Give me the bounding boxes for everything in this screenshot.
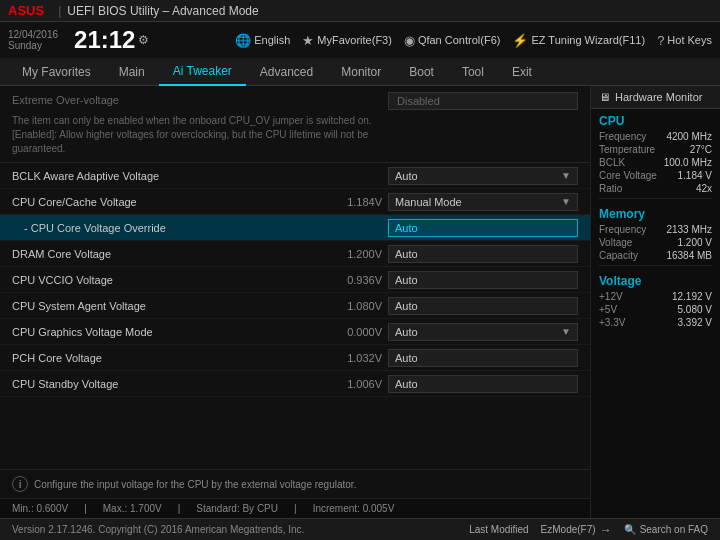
hw-12v-row: +12V 12.192 V (591, 290, 720, 303)
arrow-bclk: ▼ (561, 170, 571, 181)
hw-mem-volt-label: Voltage (599, 237, 632, 248)
language-selector[interactable]: 🌐 English (235, 33, 290, 48)
setting-row-bclk[interactable]: BCLK Aware Adaptive Voltage Auto ▼ (0, 163, 590, 189)
tab-advanced[interactable]: Advanced (246, 58, 327, 86)
setting-row-cpu-override[interactable]: - CPU Core Voltage Override Auto (0, 215, 590, 241)
datetime: 12/04/2016 Sunday (8, 29, 58, 51)
bios-title: UEFI BIOS Utility – Advanced Mode (67, 4, 258, 18)
setting-name-bclk: BCLK Aware Adaptive Voltage (12, 170, 337, 182)
setting-control-standby[interactable]: Auto (388, 375, 578, 393)
tab-main[interactable]: Main (105, 58, 159, 86)
language-icon: 🌐 (235, 33, 251, 48)
setting-control-pch[interactable]: Auto (388, 349, 578, 367)
last-modified-button[interactable]: Last Modified (469, 524, 528, 535)
hw-33v-label: +3.3V (599, 317, 625, 328)
tab-boot[interactable]: Boot (395, 58, 448, 86)
control-val-vccio: Auto (395, 274, 418, 286)
search-icon: 🔍 (624, 524, 636, 535)
spec-bar: Min.: 0.600V | Max.: 1.700V | Standard: … (0, 498, 590, 518)
setting-control-cpu-core[interactable]: Manual Mode ▼ (388, 193, 578, 211)
content-area: Extreme Over-voltage Disabled The item c… (0, 86, 720, 518)
hw-5v-value: 5.080 V (678, 304, 712, 315)
hw-cpu-corevolt-value: 1.184 V (678, 170, 712, 181)
setting-row-dram[interactable]: DRAM Core Voltage 1.200V Auto (0, 241, 590, 267)
hw-monitor-title: Hardware Monitor (615, 91, 702, 103)
setting-control-dram[interactable]: Auto (388, 245, 578, 263)
setting-value-gpu-voltage: 0.000V (337, 326, 382, 338)
setting-control-vccio[interactable]: Auto (388, 271, 578, 289)
clock: 21:12 (74, 26, 135, 54)
setting-control-bclk[interactable]: Auto ▼ (388, 167, 578, 185)
ov-header: Extreme Over-voltage Disabled (12, 92, 578, 110)
setting-value-dram: 1.200V (337, 248, 382, 260)
control-val-bclk: Auto (395, 170, 418, 182)
hw-cpu-freq-value: 4200 MHz (666, 131, 712, 142)
warning-text: The item can only be enabled when the on… (12, 114, 578, 156)
setting-control-cpu-override[interactable]: Auto (388, 219, 578, 237)
tab-tool[interactable]: Tool (448, 58, 498, 86)
setting-row-cpu-core[interactable]: CPU Core/Cache Voltage 1.184V Manual Mod… (0, 189, 590, 215)
hw-cpu-freq-row: Frequency 4200 MHz (591, 130, 720, 143)
setting-value-vccio: 0.936V (337, 274, 382, 286)
hw-memory-title: Memory (591, 202, 720, 223)
footer-buttons: Last Modified EzMode(F7) → 🔍 Search on F… (469, 523, 708, 537)
hw-cpu-corevolt-label: Core Voltage (599, 170, 657, 181)
main-panel: Extreme Over-voltage Disabled The item c… (0, 86, 590, 518)
hw-mem-freq-value: 2133 MHz (666, 224, 712, 235)
setting-value-sysagent: 1.080V (337, 300, 382, 312)
setting-row-gpu-voltage[interactable]: CPU Graphics Voltage Mode 0.000V Auto ▼ (0, 319, 590, 345)
ov-value: Disabled (397, 95, 440, 107)
hw-monitor-header: 🖥 Hardware Monitor (591, 86, 720, 109)
info-section: i Configure the input voltage for the CP… (0, 469, 590, 498)
hw-cpu-ratio-row: Ratio 42x (591, 182, 720, 195)
hw-cpu-ratio-value: 42x (696, 183, 712, 194)
spec-sep1: | (84, 503, 87, 514)
hw-mem-volt-value: 1.200 V (678, 237, 712, 248)
setting-row-pch[interactable]: PCH Core Voltage 1.032V Auto (0, 345, 590, 371)
tab-monitor[interactable]: Monitor (327, 58, 395, 86)
eztuning-button[interactable]: ⚡ EZ Tuning Wizard(F11) (512, 33, 645, 48)
spec-max: Max.: 1.700V (103, 503, 162, 514)
hw-voltage-title: Voltage (591, 269, 720, 290)
qfan-button[interactable]: ◉ Qfan Control(F6) (404, 33, 501, 48)
hotkeys-button[interactable]: ? Hot Keys (657, 33, 712, 48)
ez-mode-label: EzMode(F7) (541, 524, 596, 535)
search-faq-button[interactable]: 🔍 Search on FAQ (624, 524, 708, 535)
ov-input[interactable]: Disabled (388, 92, 578, 110)
setting-name-sysagent: CPU System Agent Voltage (12, 300, 337, 312)
date: 12/04/2016 (8, 29, 58, 40)
setting-control-sysagent[interactable]: Auto (388, 297, 578, 315)
setting-row-standby[interactable]: CPU Standby Voltage 1.006V Auto (0, 371, 590, 397)
setting-control-gpu-voltage[interactable]: Auto ▼ (388, 323, 578, 341)
hw-cpu-title: CPU (591, 109, 720, 130)
eztuning-label: EZ Tuning Wizard(F11) (531, 34, 645, 46)
last-modified-label: Last Modified (469, 524, 528, 535)
monitor-icon: 🖥 (599, 91, 610, 103)
myfavorites-button[interactable]: ★ MyFavorite(F3) (302, 33, 392, 48)
bottombar: Version 2.17.1246. Copyright (C) 2016 Am… (0, 518, 720, 540)
spec-sep3: | (294, 503, 297, 514)
copyright-text: Version 2.17.1246. Copyright (C) 2016 Am… (12, 524, 304, 535)
control-val-gpu-voltage: Auto (395, 326, 418, 338)
control-val-dram: Auto (395, 248, 418, 260)
spec-standard: Standard: By CPU (196, 503, 278, 514)
ez-mode-button[interactable]: EzMode(F7) → (541, 523, 612, 537)
settings-list: BCLK Aware Adaptive Voltage Auto ▼ CPU C… (0, 163, 590, 469)
spec-increment: Increment: 0.005V (313, 503, 395, 514)
hw-divider-1 (599, 198, 712, 199)
setting-value-standby: 1.006V (337, 378, 382, 390)
tab-ai-tweaker[interactable]: Ai Tweaker (159, 58, 246, 86)
setting-row-sysagent[interactable]: CPU System Agent Voltage 1.080V Auto (0, 293, 590, 319)
hw-33v-row: +3.3V 3.392 V (591, 316, 720, 329)
hotkeys-icon: ? (657, 33, 664, 48)
ez-icon: ⚡ (512, 33, 528, 48)
spec-min: Min.: 0.600V (12, 503, 68, 514)
settings-gear-icon[interactable]: ⚙ (138, 33, 149, 47)
setting-row-vccio[interactable]: CPU VCCIO Voltage 0.936V Auto (0, 267, 590, 293)
hw-mem-volt-row: Voltage 1.200 V (591, 236, 720, 249)
control-val-cpu-core: Manual Mode (395, 196, 462, 208)
tab-my-favorites[interactable]: My Favorites (8, 58, 105, 86)
hw-mem-freq-row: Frequency 2133 MHz (591, 223, 720, 236)
tab-exit[interactable]: Exit (498, 58, 546, 86)
hw-cpu-ratio-label: Ratio (599, 183, 622, 194)
